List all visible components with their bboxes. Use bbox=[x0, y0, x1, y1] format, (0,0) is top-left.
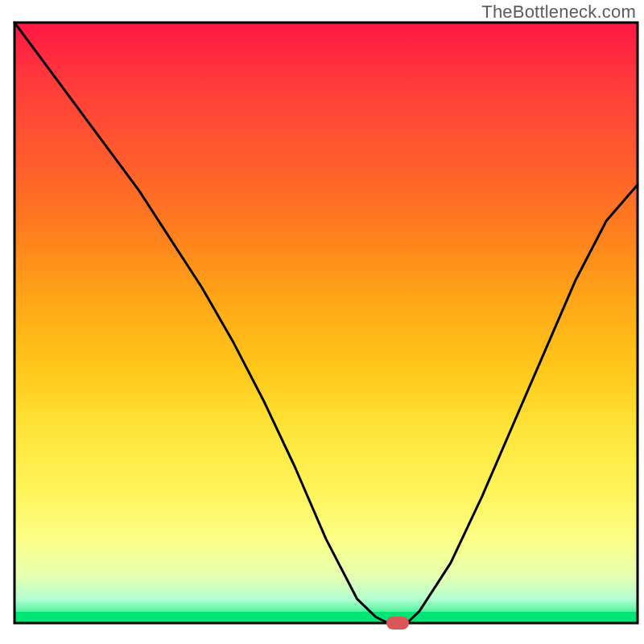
green-band bbox=[14, 612, 638, 623]
chart-container: TheBottleneck.com bbox=[0, 0, 644, 644]
plot-area bbox=[14, 23, 638, 630]
watermark-label: TheBottleneck.com bbox=[481, 2, 636, 23]
gradient-background bbox=[14, 23, 638, 623]
bottleneck-chart bbox=[0, 0, 644, 644]
minimum-marker bbox=[386, 617, 409, 630]
